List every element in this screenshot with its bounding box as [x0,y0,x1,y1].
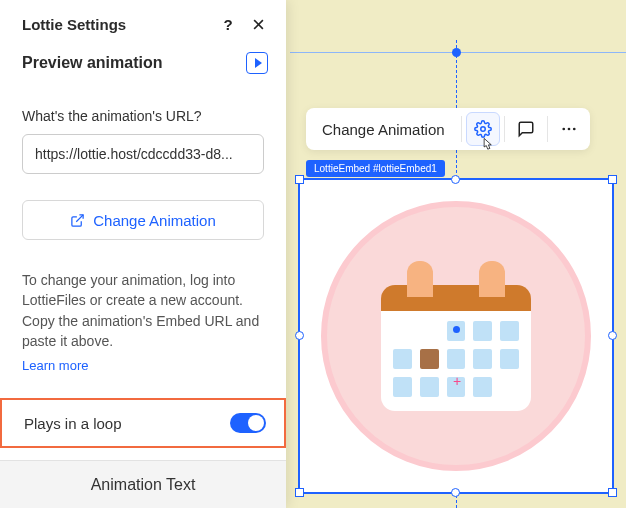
toggle-knob [248,415,264,431]
more-button[interactable] [548,108,590,150]
learn-more-link[interactable]: Learn more [22,357,88,376]
url-input[interactable]: https://lottie.host/cdccdd33-d8... [22,134,264,174]
external-link-icon [70,213,85,228]
play-button[interactable] [246,52,268,74]
change-animation-button[interactable]: Change Animation [306,108,461,150]
svg-line-6 [76,214,83,221]
url-label: What's the animation's URL? [0,108,286,124]
settings-button[interactable] [462,108,504,150]
resize-handle[interactable] [295,488,304,497]
settings-panel: Lottie Settings ? Preview animation What… [0,0,286,508]
play-icon [255,58,262,68]
help-text: To change your animation, log into Lotti… [0,270,286,376]
help-button[interactable]: ? [218,14,238,34]
svg-point-1 [562,128,565,131]
change-animation-label: Change Animation [93,212,216,229]
resize-handle[interactable] [451,488,460,497]
resize-handle[interactable] [295,331,304,340]
selection-box[interactable]: + [298,178,614,494]
loop-toggle-row: Plays in a loop [0,398,286,448]
panel-title: Lottie Settings [22,16,126,33]
panel-header: Lottie Settings ? [0,0,286,48]
svg-point-2 [567,128,570,131]
svg-point-0 [480,127,485,132]
resize-handle[interactable] [295,175,304,184]
animation-circle: + [321,201,591,471]
loop-toggle[interactable] [230,413,266,433]
change-animation-button[interactable]: Change Animation [22,200,264,240]
element-tag[interactable]: LottieEmbed #lottieEmbed1 [306,160,445,177]
resize-handle[interactable] [451,175,460,184]
comment-icon [517,120,535,138]
comment-button[interactable] [505,108,547,150]
preview-label: Preview animation [22,54,163,72]
element-toolbar: Change Animation [306,108,590,150]
resize-handle[interactable] [608,331,617,340]
guide-anchor [452,48,461,57]
resize-handle[interactable] [608,175,617,184]
help-icon: ? [223,16,232,33]
calendar-graphic: + [381,261,531,411]
svg-point-3 [572,128,575,131]
preview-row[interactable]: Preview animation [0,48,286,86]
close-button[interactable] [248,14,268,34]
lottie-preview[interactable]: + [300,180,612,492]
loop-label: Plays in a loop [24,415,122,432]
resize-handle[interactable] [608,488,617,497]
dots-icon [560,120,578,138]
close-icon [251,17,266,32]
animation-text-tab[interactable]: Animation Text [0,460,286,508]
gear-icon [466,112,500,146]
